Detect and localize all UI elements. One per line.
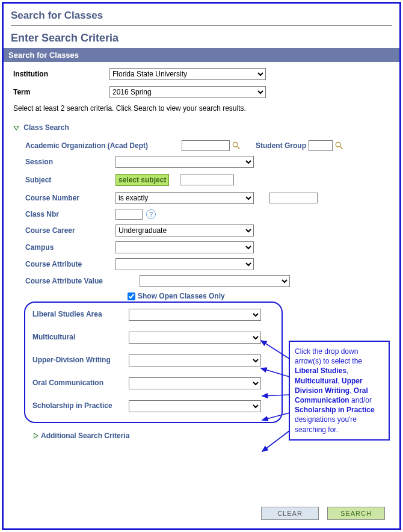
search-icon[interactable] xyxy=(232,141,241,150)
multicultural-select[interactable] xyxy=(129,332,261,344)
institution-select[interactable]: Florida State University xyxy=(109,68,266,80)
oral-comm-select[interactable] xyxy=(129,377,261,389)
course-career-select[interactable]: Undergraduate xyxy=(115,224,254,237)
help-icon[interactable]: ? xyxy=(146,209,156,219)
show-open-checkbox[interactable] xyxy=(128,292,135,300)
student-group-label: Student Group xyxy=(256,141,306,150)
svg-line-1 xyxy=(238,147,240,149)
course-attr-val-select[interactable] xyxy=(140,275,290,287)
session-select[interactable] xyxy=(115,156,254,168)
course-number-op-select[interactable]: is exactly xyxy=(115,192,254,204)
institution-label: Institution xyxy=(13,70,109,78)
class-nbr-label: Class Nbr xyxy=(25,210,115,218)
term-label: Term xyxy=(13,88,109,96)
upper-writing-select[interactable] xyxy=(129,354,261,367)
student-group-input[interactable] xyxy=(309,140,333,151)
callout-box: Click the drop down arrow(s) to select t… xyxy=(289,341,390,441)
sub-title: Enter Search Criteria xyxy=(11,32,392,48)
campus-select[interactable] xyxy=(115,241,254,253)
class-search-label: Class Search xyxy=(23,123,69,132)
subject-label: Subject xyxy=(25,176,115,184)
page-title: Search for Classes xyxy=(11,8,392,26)
multicultural-label: Multicultural xyxy=(32,332,129,341)
scholarship-label: Scholarship in Practice xyxy=(32,400,129,410)
liberal-studies-box: Liberal Studies Area Multicultural Upper… xyxy=(24,302,283,423)
session-label: Session xyxy=(25,158,115,166)
chevron-right-icon xyxy=(34,433,38,439)
additional-search-label: Additional Search Criteria xyxy=(41,431,129,440)
class-nbr-input[interactable] xyxy=(115,209,143,220)
oral-comm-label: Oral Communication xyxy=(32,377,129,387)
acad-org-input[interactable] xyxy=(182,140,230,151)
chevron-down-icon xyxy=(13,126,19,131)
clear-button[interactable]: Clear xyxy=(261,507,319,520)
class-search-header[interactable]: Class Search xyxy=(13,123,390,132)
campus-label: Campus xyxy=(25,243,115,252)
search-button[interactable]: Search xyxy=(327,507,385,520)
svg-point-0 xyxy=(233,142,238,147)
liberal-area-select[interactable] xyxy=(129,309,261,321)
acad-org-label: Academic Organization (Acad Dept) xyxy=(25,141,182,150)
course-attr-select[interactable] xyxy=(115,258,254,270)
liberal-area-label: Liberal Studies Area xyxy=(32,309,129,318)
svg-line-3 xyxy=(340,147,343,149)
course-attr-label: Course Attribute xyxy=(25,260,115,268)
course-attr-val-label: Course Attribute Value xyxy=(25,277,140,285)
show-open-label: Show Open Classes Only xyxy=(138,292,225,300)
instruction-text: Select at least 2 search criteria. Click… xyxy=(13,104,390,113)
upper-writing-label: Upper-Division Writing xyxy=(32,354,129,364)
subject-input[interactable] xyxy=(180,175,234,185)
search-icon[interactable] xyxy=(334,141,344,150)
course-career-label: Course Career xyxy=(25,226,115,235)
course-number-input[interactable] xyxy=(269,193,318,203)
section-bar: Search for Classes xyxy=(4,48,399,62)
scholarship-select[interactable] xyxy=(129,400,261,412)
select-subject-button[interactable]: select subject xyxy=(115,174,169,186)
course-number-label: Course Number xyxy=(25,194,115,202)
svg-point-2 xyxy=(336,142,340,147)
term-select[interactable]: 2016 Spring xyxy=(109,86,266,98)
